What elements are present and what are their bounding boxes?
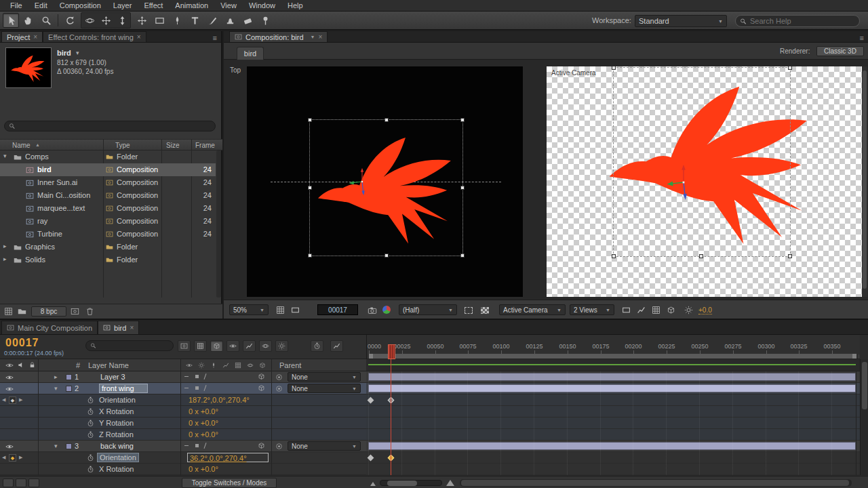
layer-name-column-label[interactable]: Layer Name (88, 361, 129, 369)
layer-duration-bar[interactable] (368, 373, 856, 381)
prev-keyframe-icon[interactable]: ◀ (2, 455, 5, 460)
color-depth-button[interactable]: 8 bpc (31, 306, 66, 317)
collapse-switch[interactable] (195, 386, 199, 390)
property-name[interactable]: Orientation (99, 396, 136, 404)
menu-effect[interactable]: Effect (138, 1, 169, 10)
panel-menu-icon[interactable]: ≡ (209, 34, 221, 42)
parent-pickwhip-icon[interactable] (275, 385, 283, 392)
timeline-property-row[interactable]: Y Rotation 0 x +0.0° (0, 418, 860, 429)
timeline-property-row[interactable]: ◀ ◆ ▶ Orientation 187.2°,0.0°,270.4° (0, 394, 860, 406)
next-keyframe-icon[interactable]: ▶ (19, 397, 22, 403)
pan-behind-tool-button[interactable] (134, 13, 150, 28)
project-row[interactable]: marquee...text Composition 24 (0, 202, 216, 215)
orbit-camera-tool-button[interactable] (81, 13, 98, 28)
fast-previews-icon[interactable] (635, 304, 647, 316)
menu-file[interactable]: File (4, 1, 28, 10)
brush-tool-button[interactable] (204, 13, 220, 28)
hand-tool-button[interactable] (20, 13, 37, 28)
timeline-property-row[interactable]: Z Rotation 0 x +0.0° (0, 429, 860, 441)
timeline-layer-row[interactable]: ▾ 3 back wing None ▼ (0, 441, 860, 452)
layer-name[interactable]: back wing (100, 442, 134, 450)
menu-composition[interactable]: Composition (54, 1, 107, 10)
clone-stamp-tool-button[interactable] (222, 13, 238, 28)
axis-gizmo-icon[interactable] (347, 167, 377, 197)
timeline-hscrollbar-thumb[interactable] (461, 480, 849, 486)
parent-dropdown[interactable]: None ▼ (288, 372, 361, 382)
menu-view[interactable]: View (214, 1, 243, 10)
tab-main-city-composition[interactable]: Main City Composition (1, 321, 98, 334)
property-name[interactable]: Orientation (97, 453, 139, 462)
reset-exposure-icon[interactable] (682, 304, 694, 316)
eye-icon[interactable] (5, 443, 14, 451)
project-row[interactable]: Main Ci...osition Composition 24 (0, 189, 216, 202)
current-timecode[interactable]: 00017 (5, 337, 39, 349)
zoom-tool-button[interactable] (38, 13, 54, 28)
project-row[interactable]: bird Composition 24 (0, 163, 216, 176)
project-item-name[interactable]: Graphics (25, 243, 55, 251)
property-name[interactable]: Z Rotation (99, 430, 134, 439)
stopwatch-icon[interactable] (87, 408, 94, 415)
stopwatch-icon[interactable] (87, 431, 94, 439)
viewer-sub-tab-bird[interactable]: bird (237, 47, 264, 60)
timeline-property-row[interactable]: X Rotation 0 x +0.0° (0, 464, 860, 475)
workspace-dropdown[interactable]: Standard ▼ (635, 15, 727, 27)
expand-in-out-button[interactable] (28, 479, 39, 487)
selection-tool-button[interactable] (3, 13, 19, 28)
expand-arrow-icon[interactable]: ▸ (3, 243, 7, 249)
rotation-tool-button[interactable] (62, 13, 78, 28)
menu-help[interactable]: Help (281, 1, 309, 10)
selection-handle[interactable] (612, 254, 616, 258)
camera-view-dropdown[interactable]: Active Camera ▼ (499, 304, 566, 315)
selection-handle[interactable] (308, 253, 312, 258)
close-icon[interactable]: × (33, 33, 37, 41)
shy-switch[interactable] (184, 388, 189, 388)
selection-handle[interactable] (460, 253, 465, 258)
new-folder-icon[interactable] (18, 307, 26, 316)
shy-switch[interactable] (184, 376, 189, 377)
selection-handle[interactable] (384, 253, 389, 258)
project-row[interactable]: ▾ Comps Folder (0, 150, 216, 163)
collapse-switch[interactable] (195, 375, 199, 378)
project-item-name[interactable]: marquee...text (37, 204, 85, 212)
exposure-value[interactable]: +0.0 (698, 306, 712, 314)
column-name[interactable]: Name (12, 142, 31, 149)
layer-selection-box[interactable] (309, 119, 463, 256)
stopwatch-icon[interactable] (87, 396, 94, 404)
threed-switch[interactable] (258, 373, 265, 380)
frame-blending-icon[interactable] (243, 340, 256, 352)
project-row[interactable]: Turbine Composition 24 (0, 228, 216, 241)
timeline-property-row[interactable]: ◀ ◆ ▶ Orientation 36.2°,0.0°,270.4° (0, 452, 860, 464)
comp-timecode[interactable]: 00017 (317, 304, 358, 315)
prev-keyframe-icon[interactable]: ◀ (2, 397, 5, 403)
project-row[interactable]: ray Composition 24 (0, 215, 216, 228)
column-size[interactable]: Size (166, 142, 179, 149)
parent-pickwhip-icon[interactable] (275, 443, 283, 450)
selection-handle[interactable] (788, 66, 792, 70)
eraser-tool-button[interactable] (239, 13, 256, 28)
collapse-switch[interactable] (195, 444, 199, 447)
parent-pickwhip-icon[interactable] (275, 373, 283, 381)
selection-handle[interactable] (460, 186, 465, 190)
property-value[interactable]: 0 x +0.0° (189, 430, 218, 439)
collapse-arrow-icon[interactable]: ▾ (54, 443, 58, 449)
selection-handle[interactable] (460, 118, 465, 122)
timeline-zoom-thumb[interactable] (387, 481, 417, 486)
panel-menu-icon[interactable]: ≡ (856, 34, 868, 42)
project-row[interactable]: ▸ Graphics Folder (0, 241, 216, 253)
comp-flowchart-icon[interactable] (665, 304, 677, 316)
timeline-layer-row[interactable]: ▾ 2 front wing None ▼ (0, 383, 860, 394)
collapse-arrow-icon[interactable]: ▾ (54, 385, 58, 392)
pixel-aspect-icon[interactable] (620, 304, 632, 316)
eye-icon[interactable] (5, 385, 14, 393)
property-value-edit-field[interactable]: 36.2°,0.0°,270.4° (187, 453, 269, 462)
threed-switch[interactable] (258, 442, 265, 449)
timeline-hscrollbar[interactable] (460, 479, 852, 487)
work-area-end-handle[interactable] (852, 354, 856, 359)
quality-switch[interactable] (203, 385, 206, 391)
tab-composition-bird[interactable]: Composition: bird ▼ × (229, 31, 328, 42)
property-value[interactable]: 36.2°,0.0°,270.4° (190, 454, 247, 462)
chevron-down-icon[interactable]: ▼ (311, 35, 315, 39)
timeline-button-icon[interactable] (650, 304, 662, 316)
show-channels-icon[interactable] (382, 306, 391, 314)
motion-blur-icon[interactable] (259, 340, 272, 352)
